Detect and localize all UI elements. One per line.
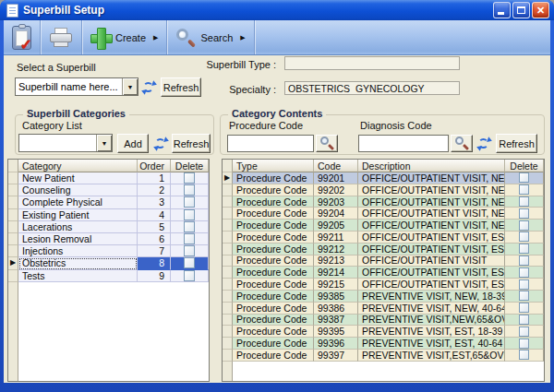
order-cell[interactable]: 9: [138, 270, 171, 282]
row-header[interactable]: [223, 220, 233, 232]
delete-checkbox[interactable]: [184, 172, 195, 184]
table-row[interactable]: Lacerations5: [8, 221, 209, 233]
category-cell[interactable]: Obstetrics: [18, 257, 138, 269]
row-header[interactable]: [223, 291, 233, 303]
column-header-code[interactable]: Code: [314, 160, 358, 172]
create-button[interactable]: Create ▶: [82, 20, 166, 54]
delete-cell[interactable]: [505, 315, 544, 327]
delete-checkbox[interactable]: [519, 350, 529, 360]
code-cell[interactable]: 99215: [314, 279, 358, 291]
table-row[interactable]: Procedure Code99213OFFICE/OUTPATIENT VIS…: [223, 255, 544, 267]
delete-checkbox[interactable]: [184, 209, 195, 220]
delete-checkbox[interactable]: [519, 303, 529, 313]
search-button[interactable]: Search ▶: [167, 20, 253, 54]
delete-checkbox[interactable]: [519, 196, 529, 207]
description-cell[interactable]: PREVENTIVE VISIT, NEW, 18-39: [358, 291, 505, 303]
description-cell[interactable]: OFFICE/OUTPATIENT VISIT, EST: [358, 244, 505, 255]
type-cell[interactable]: Procedure Code: [233, 279, 314, 291]
code-cell[interactable]: 99385: [314, 291, 358, 303]
table-row[interactable]: Existing Patient4: [8, 209, 209, 221]
delete-checkbox[interactable]: [184, 257, 195, 268]
type-cell[interactable]: Procedure Code: [233, 291, 314, 303]
type-cell[interactable]: Procedure Code: [233, 326, 314, 338]
table-row[interactable]: ▶Procedure Code99201OFFICE/OUTPATIENT VI…: [223, 172, 544, 184]
delete-cell[interactable]: [505, 291, 544, 303]
table-row[interactable]: Procedure Code99215OFFICE/OUTPATIENT VIS…: [223, 279, 544, 291]
delete-cell[interactable]: [505, 196, 544, 208]
code-cell[interactable]: 99203: [314, 196, 358, 208]
delete-cell[interactable]: [171, 270, 209, 282]
row-header[interactable]: [223, 208, 233, 220]
delete-cell[interactable]: [505, 303, 544, 315]
delete-cell[interactable]: [505, 172, 544, 184]
description-cell[interactable]: OFFICE/OUTPATIENT VISIT, EST: [358, 232, 505, 244]
delete-checkbox[interactable]: [519, 267, 529, 278]
delete-cell[interactable]: [505, 338, 544, 350]
code-cell[interactable]: 99213: [314, 255, 358, 267]
type-cell[interactable]: Procedure Code: [233, 350, 314, 362]
row-header[interactable]: [8, 270, 18, 282]
description-cell[interactable]: PREVENTIVE VISIT, NEW, 40-64: [358, 303, 505, 315]
description-cell[interactable]: PREVENTIVE VISIT, EST, 40-64: [358, 338, 505, 350]
code-cell[interactable]: 99211: [314, 232, 358, 244]
delete-checkbox[interactable]: [519, 255, 529, 266]
type-cell[interactable]: Procedure Code: [233, 255, 314, 267]
title-bar[interactable]: Superbill Setup ✕: [0, 0, 554, 20]
delete-cell[interactable]: [505, 232, 544, 244]
delete-checkbox[interactable]: [184, 270, 195, 281]
row-header[interactable]: [8, 233, 18, 245]
delete-cell[interactable]: [171, 245, 209, 257]
delete-checkbox[interactable]: [184, 233, 195, 244]
category-cell[interactable]: Injections: [18, 245, 138, 257]
code-cell[interactable]: 99202: [314, 184, 358, 196]
row-header[interactable]: ▶: [8, 257, 18, 269]
row-header[interactable]: [223, 326, 233, 338]
table-row[interactable]: Procedure Code99211OFFICE/OUTPATIENT VIS…: [223, 232, 544, 244]
delete-cell[interactable]: [505, 350, 544, 362]
row-header[interactable]: [8, 209, 18, 221]
code-cell[interactable]: 99212: [314, 244, 358, 255]
table-row[interactable]: Procedure Code99212OFFICE/OUTPATIENT VIS…: [223, 244, 544, 255]
type-cell[interactable]: Procedure Code: [233, 244, 314, 255]
code-cell[interactable]: 99386: [314, 303, 358, 315]
delete-checkbox[interactable]: [519, 220, 529, 231]
delete-checkbox[interactable]: [519, 327, 529, 337]
description-cell[interactable]: OFFICE/OUTPATIENT VISIT, NEW: [358, 196, 505, 208]
type-cell[interactable]: Procedure Code: [233, 338, 314, 350]
delete-checkbox[interactable]: [519, 244, 529, 254]
delete-cell[interactable]: [505, 267, 544, 279]
superbill-select-dropdown[interactable]: Superbill name here... ▼: [15, 77, 138, 96]
diagnosis-search-button[interactable]: [451, 135, 473, 152]
close-button[interactable]: ✕: [532, 2, 549, 18]
table-row[interactable]: Counseling2: [8, 184, 209, 196]
column-header-delete[interactable]: Delete: [171, 160, 209, 172]
delete-checkbox[interactable]: [519, 184, 529, 195]
column-header-delete[interactable]: Delete: [505, 160, 544, 172]
order-cell[interactable]: 5: [138, 221, 171, 233]
row-header[interactable]: [223, 232, 233, 244]
column-header-description[interactable]: Description: [358, 160, 505, 172]
delete-checkbox[interactable]: [519, 315, 529, 325]
column-header-order[interactable]: Order: [138, 160, 171, 172]
row-header[interactable]: [8, 172, 18, 184]
delete-cell[interactable]: [505, 220, 544, 232]
type-cell[interactable]: Procedure Code: [233, 315, 314, 327]
table-row[interactable]: Procedure Code99395PREVENTIVE VISIT, EST…: [223, 326, 544, 338]
row-header[interactable]: [223, 255, 233, 267]
delete-cell[interactable]: [171, 196, 209, 208]
code-cell[interactable]: 99201: [314, 172, 358, 184]
delete-cell[interactable]: [505, 255, 544, 267]
row-header[interactable]: [223, 315, 233, 327]
code-cell[interactable]: 99396: [314, 338, 358, 350]
description-cell[interactable]: OFFICE/OUTPATIENT VISIT, NEW: [358, 172, 505, 184]
delete-cell[interactable]: [171, 221, 209, 233]
maximize-button[interactable]: [512, 2, 530, 18]
row-header[interactable]: [223, 267, 233, 279]
delete-checkbox[interactable]: [519, 339, 529, 349]
description-cell[interactable]: PREVENTIVE VISIT,EST,65&OVER: [358, 350, 505, 362]
delete-cell[interactable]: [505, 244, 544, 255]
type-cell[interactable]: Procedure Code: [233, 208, 314, 220]
type-cell[interactable]: Procedure Code: [233, 303, 314, 315]
code-cell[interactable]: 99397: [314, 350, 358, 362]
minimize-button[interactable]: [493, 2, 511, 18]
